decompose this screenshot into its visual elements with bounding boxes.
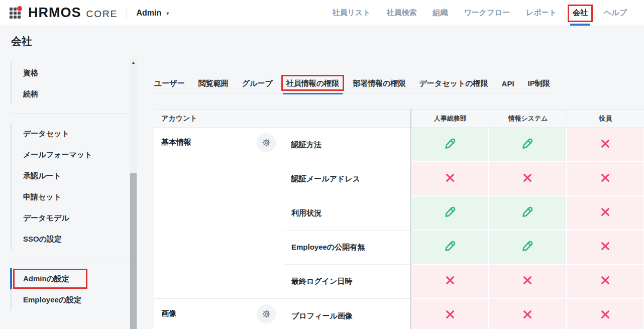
- permission-cell[interactable]: [411, 196, 489, 230]
- sidebar-scrollbar[interactable]: ▲: [130, 59, 137, 329]
- nav-item-company[interactable]: 会社: [573, 0, 588, 26]
- gear-icon[interactable]: [257, 304, 276, 323]
- permission-cell[interactable]: [567, 230, 644, 264]
- nav-item-help[interactable]: ヘルプ: [604, 0, 627, 26]
- sidebar-item-request-set[interactable]: 申請セット: [10, 186, 130, 207]
- x-icon: [600, 206, 611, 220]
- nav-item-workflow[interactable]: ワークフロー: [464, 0, 509, 26]
- sidebar-item-label: データモデル: [23, 213, 69, 223]
- group-label: 基本情報: [161, 138, 191, 146]
- permission-cell[interactable]: [567, 298, 644, 329]
- tab-employee-info-permissions[interactable]: 社員情報の権限: [286, 73, 339, 93]
- tab-view-scope[interactable]: 閲覧範囲: [198, 73, 229, 93]
- nav-item-label: 会社: [573, 8, 588, 18]
- x-icon: [600, 172, 611, 185]
- x-icon: [600, 275, 611, 288]
- x-icon: [445, 275, 456, 288]
- permission-cell[interactable]: [489, 230, 566, 264]
- header-divider: [127, 7, 127, 19]
- sidebar-divider: [10, 259, 130, 259]
- tab-groups[interactable]: グループ: [242, 73, 273, 93]
- field-row: 利用状況: [284, 196, 410, 230]
- permission-cell[interactable]: [567, 128, 644, 162]
- permission-cell[interactable]: [567, 264, 644, 298]
- sidebar-item-approval-route[interactable]: 承認ルート: [10, 165, 130, 186]
- scroll-up-arrow-icon[interactable]: ▲: [130, 59, 137, 66]
- account-menu[interactable]: Admin ▼: [136, 9, 170, 18]
- permission-cell[interactable]: [489, 264, 566, 298]
- sidebar-group: Adminの設定Employeeの設定: [10, 265, 130, 313]
- pencil-icon: [520, 136, 535, 153]
- permission-cell[interactable]: [411, 128, 489, 162]
- table-column-headers: 人事総務部情報システム役員: [411, 109, 644, 128]
- pencil-icon: [520, 239, 535, 256]
- gear-icon[interactable]: [257, 133, 276, 152]
- nav-item-employee-search[interactable]: 社員検索: [386, 0, 416, 26]
- x-icon: [522, 172, 533, 185]
- permission-cell[interactable]: [567, 196, 644, 230]
- sidebar-item-dataset[interactable]: データセット: [10, 123, 130, 144]
- x-icon: [445, 172, 456, 185]
- sidebar-item-employee-settings[interactable]: Employeeの設定: [10, 289, 130, 310]
- permission-cell[interactable]: [411, 230, 489, 264]
- nav-item-label: ヘルプ: [604, 8, 627, 18]
- tab-api[interactable]: API: [502, 73, 514, 93]
- scrollbar-thumb[interactable]: [130, 173, 137, 329]
- sidebar-item-qualification[interactable]: 資格: [10, 62, 130, 83]
- tab-label: API: [502, 79, 514, 88]
- sidebar-item-sso-settings[interactable]: SSOの設定: [10, 229, 130, 250]
- sidebar-item-label: 申請セット: [23, 192, 61, 202]
- sidebar-group: 資格続柄: [10, 59, 130, 107]
- top-nav: 社員リスト社員検索組織ワークフローレポート会社ヘルプ: [332, 0, 644, 26]
- nav-item-label: 社員リスト: [332, 8, 370, 18]
- field-label: 最終ログイン日時: [291, 277, 352, 286]
- field-label: プロフィール画像: [291, 311, 353, 321]
- table-left-section: アカウント 基本情報認証方法認証メールアドレス利用状況Employeeの公開有無…: [154, 109, 410, 329]
- tab-dataset-permissions[interactable]: データセットの権限: [419, 73, 488, 93]
- active-indicator-bar: [10, 268, 12, 289]
- tab-label: 閲覧範囲: [198, 79, 229, 88]
- group-label-cell: 画像: [154, 299, 284, 329]
- sidebar-item-mail-format[interactable]: メールフォーマット: [10, 144, 130, 165]
- x-icon: [522, 275, 533, 288]
- main-content: ユーザー閲覧範囲グループ社員情報の権限部署情報の権限データセットの権限APIIP…: [154, 73, 644, 329]
- permission-cell[interactable]: [489, 128, 566, 162]
- active-tab-underline: [283, 93, 343, 94]
- column-header-1: 情報システム: [489, 109, 566, 127]
- table-right-section: 人事総務部情報システム役員: [410, 109, 644, 329]
- nav-item-label: 社員検索: [386, 8, 416, 18]
- tab-label: ユーザー: [154, 79, 185, 88]
- permission-cell[interactable]: [489, 162, 566, 196]
- nav-item-organization[interactable]: 組織: [433, 0, 448, 26]
- field-label: 認証方法: [291, 140, 321, 150]
- tab-department-info-permissions[interactable]: 部署情報の権限: [353, 73, 405, 93]
- permission-cell[interactable]: [411, 264, 489, 298]
- permission-cell[interactable]: [489, 196, 566, 230]
- brand-name: HRMOS: [28, 5, 81, 21]
- permission-cells-grid: [411, 128, 644, 329]
- field-column: プロフィール画像: [284, 299, 410, 329]
- permission-cell[interactable]: [411, 298, 489, 329]
- nav-item-employee-list[interactable]: 社員リスト: [332, 0, 370, 26]
- sidebar-item-admin-settings[interactable]: Adminの設定: [10, 268, 130, 289]
- tab-ip-restriction[interactable]: IP制限: [528, 73, 550, 93]
- nav-item-label: ワークフロー: [464, 8, 509, 18]
- apps-grid-icon[interactable]: [9, 7, 21, 19]
- header-left: HRMOS CORE Admin ▼: [0, 5, 170, 21]
- field-row: Employeeの公開有無: [284, 230, 410, 264]
- permission-cell[interactable]: [411, 162, 489, 196]
- brand-logo[interactable]: HRMOS CORE: [28, 5, 118, 21]
- field-row: プロフィール画像: [284, 299, 410, 329]
- sidebar-item-data-model[interactable]: データモデル: [10, 207, 130, 229]
- tab-label: IP制限: [528, 79, 550, 88]
- x-icon: [600, 241, 611, 254]
- tab-users[interactable]: ユーザー: [154, 73, 185, 93]
- permission-cell[interactable]: [489, 298, 566, 329]
- chevron-down-icon: ▼: [165, 11, 170, 16]
- field-row: 認証方法: [284, 128, 410, 162]
- tab-bar: ユーザー閲覧範囲グループ社員情報の権限部署情報の権限データセットの権限APIIP…: [154, 73, 551, 93]
- sidebar-item-relationship[interactable]: 続柄: [10, 83, 130, 104]
- pencil-icon: [443, 239, 458, 256]
- nav-item-report[interactable]: レポート: [526, 0, 557, 26]
- permission-cell[interactable]: [567, 162, 644, 196]
